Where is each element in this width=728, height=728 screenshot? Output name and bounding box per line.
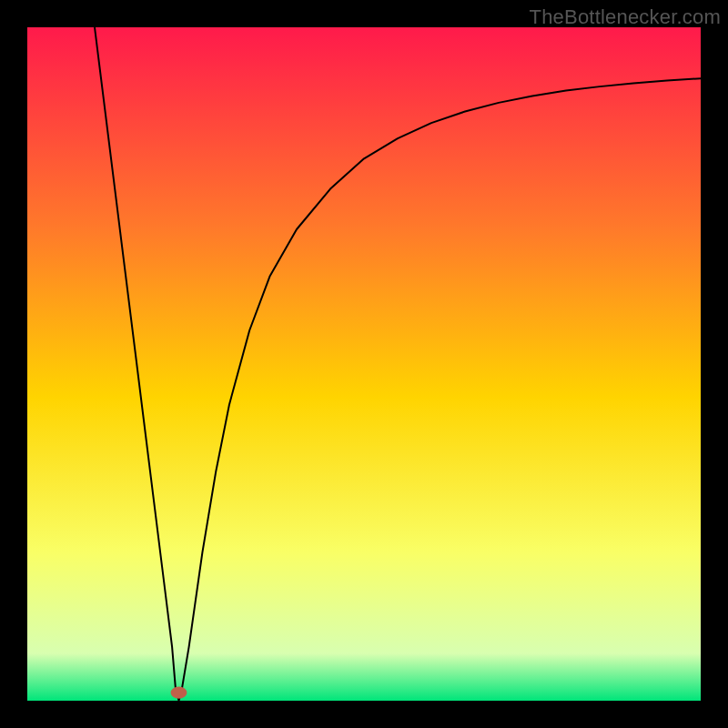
gradient-background (27, 27, 701, 701)
watermark-text: TheBottlenecker.com (530, 5, 721, 29)
chart-frame: TheBottlenecker.com (0, 0, 728, 728)
curve-minimum-marker (171, 686, 187, 698)
bottleneck-chart (27, 27, 701, 701)
